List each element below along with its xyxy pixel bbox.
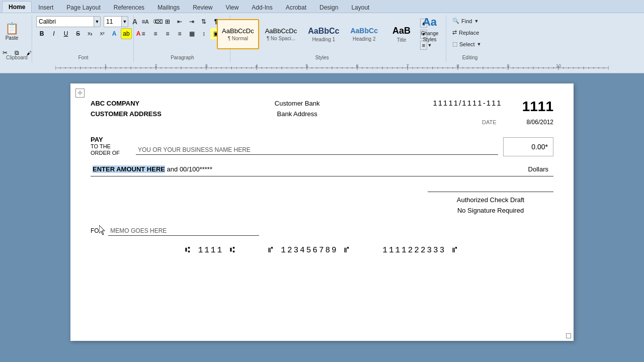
style-normal-label: ¶ Normal (228, 36, 248, 41)
amount-box[interactable]: 0.00* (503, 137, 553, 156)
routing-area: 11111/1111-111 (433, 99, 502, 107)
tab-acrobat[interactable]: Acrobat (279, 2, 313, 13)
styles-label: Styles (315, 55, 329, 60)
tab-addins[interactable]: Add-Ins (245, 2, 279, 13)
select-button[interactable]: ⬚ Select ▼ (450, 39, 490, 49)
tab-insert[interactable]: Insert (32, 2, 60, 13)
written-amount-text: ENTER AMOUNT HERE and 00/100***** (91, 164, 214, 174)
resize-handle[interactable] (566, 333, 571, 338)
style-h2-preview: AaBbCc (350, 27, 377, 35)
align-left-button[interactable]: ≡ (138, 28, 149, 39)
change-styles-group: Aa ChangeStyles ▼ (414, 15, 446, 62)
svg-text:5: 5 (305, 63, 308, 68)
replace-button[interactable]: ⇄ Replace (450, 28, 490, 37)
svg-text:10: 10 (556, 63, 561, 68)
written-amount-rest: and 00/100***** (165, 165, 212, 173)
decrease-indent-button[interactable]: ⇤ (174, 16, 185, 27)
tab-page-layout[interactable]: Page Layout (60, 2, 107, 13)
subscript-button[interactable]: X₂ (85, 28, 96, 39)
style-no-spacing[interactable]: AaBbCcDc ¶ No Spaci... (260, 19, 302, 49)
written-amount-row: ENTER AMOUNT HERE and 00/100***** Dollar… (91, 164, 553, 176)
paste-button[interactable]: 📋 Paste (0, 16, 25, 46)
strikethrough-button[interactable]: S (72, 28, 84, 39)
change-styles-icon: Aa (423, 16, 437, 29)
paragraph-group: ≡ ① ⊞ ⇤ ⇥ ⇅ ¶ ≡ ≡ ≡ ≡ ▦ ↕ ▣ ⊞ (135, 15, 230, 62)
tab-home[interactable]: Home (2, 1, 32, 13)
numbering-button[interactable]: ① (150, 16, 161, 27)
align-right-button[interactable]: ≡ (162, 28, 173, 39)
highlight-button[interactable]: ab (121, 28, 132, 39)
pay-main-label: PAY (91, 136, 103, 143)
bold-button[interactable]: B (36, 28, 47, 39)
justify-button[interactable]: ≡ (174, 28, 185, 39)
underline-button[interactable]: U (60, 28, 71, 39)
align-center-button[interactable]: ≡ (150, 28, 161, 39)
style-h1-label: Heading 1 (312, 37, 336, 42)
date-value: 8/06/2012 (527, 119, 553, 126)
authorized-line2: No Signature Required (428, 206, 553, 216)
clipboard-group: 📋 Paste ✂ ⧉ 🖌 Clipboard (2, 15, 32, 62)
font-dropdown-button[interactable]: ▼ (94, 16, 101, 27)
pay-to-value: YOU OR YOUR BUSINESS NAME HERE (138, 146, 251, 153)
check-document: ✛ ABC COMPANY CUSTOMER ADDRESS Customer … (70, 83, 574, 341)
font-size-dropdown-button[interactable]: ▼ (121, 16, 128, 27)
style-h1-preview: AaBbCc (308, 26, 339, 36)
sort-button[interactable]: ⇅ (198, 16, 209, 27)
style-heading2[interactable]: AaBbCc Heading 2 (345, 19, 382, 49)
tab-review[interactable]: Review (186, 2, 219, 13)
pay-to-label: TO THEORDER OF (91, 143, 120, 156)
style-heading1[interactable]: AaBbCc Heading 1 (303, 19, 344, 49)
line-spacing-button[interactable]: ↕ (198, 28, 209, 39)
paragraph-label: Paragraph (171, 55, 194, 60)
micr-line: ⑆ 1111 ⑆ ⑈ 123456789 ⑈ 1111222333 ⑈ (91, 246, 553, 255)
amount-highlight[interactable]: ENTER AMOUNT HERE (93, 165, 165, 173)
editing-label: Editing (462, 55, 478, 60)
signature-area: Authorized Check Draft No Signature Requ… (91, 192, 553, 216)
pay-section: PAY TO THEORDER OF YOU OR YOUR BUSINESS … (91, 136, 553, 156)
tab-mailings[interactable]: Mailings (151, 2, 186, 13)
font-name-input[interactable] (36, 16, 94, 27)
date-area: DATE (482, 119, 497, 125)
bank-address: Bank Address (275, 109, 320, 120)
style-no-spacing-label: ¶ No Spaci... (267, 36, 295, 41)
style-normal[interactable]: AaBbCcDc ¶ Normal (217, 19, 259, 49)
editing-group: 🔍 Find ▼ ⇄ Replace ⬚ Select ▼ Editing (447, 15, 493, 62)
memo-row: FOR MEMO GOES HERE (91, 226, 553, 236)
change-styles-button[interactable]: Aa ChangeStyles ▼ (416, 16, 444, 47)
superscript-button[interactable]: X² (97, 28, 108, 39)
move-handle[interactable]: ✛ (75, 88, 85, 98)
italic-button[interactable]: I (48, 28, 59, 39)
svg-text:4: 4 (255, 63, 258, 68)
memo-value: MEMO GOES HERE (110, 227, 167, 234)
svg-text:9: 9 (507, 63, 509, 68)
find-button[interactable]: 🔍 Find ▼ (450, 16, 490, 26)
tab-design[interactable]: Design (313, 2, 345, 13)
tab-references[interactable]: References (107, 2, 151, 13)
increase-indent-button[interactable]: ⇥ (186, 16, 197, 27)
style-normal-preview: AaBbCcDc (222, 27, 254, 35)
check-header: ABC COMPANY CUSTOMER ADDRESS Customer Ba… (91, 99, 553, 126)
pay-row: PAY TO THEORDER OF YOU OR YOUR BUSINESS … (91, 136, 553, 156)
font-label: Font (78, 55, 88, 60)
date-label: DATE (482, 119, 497, 125)
svg-text:2: 2 (154, 63, 157, 68)
font-size-input[interactable] (104, 16, 122, 27)
style-h2-label: Heading 2 (353, 36, 376, 42)
bullets-button[interactable]: ≡ (138, 16, 149, 27)
pay-to-line[interactable]: YOU OR YOUR BUSINESS NAME HERE (136, 145, 498, 155)
columns-button[interactable]: ▦ (186, 28, 197, 39)
tab-view[interactable]: View (219, 2, 246, 13)
tab-layout[interactable]: Layout (345, 2, 376, 13)
style-no-spacing-preview: AaBbCcDc (265, 27, 297, 35)
for-label: FOR (91, 227, 103, 234)
multilevel-button[interactable]: ⊞ (162, 16, 173, 27)
svg-text:3: 3 (205, 63, 207, 68)
company-info: ABC COMPANY CUSTOMER ADDRESS (91, 99, 162, 120)
svg-text:7: 7 (406, 63, 409, 68)
memo-line[interactable]: MEMO GOES HERE (108, 226, 259, 236)
replace-icon: ⇄ (452, 29, 457, 36)
bank-name: Customer Bank (275, 99, 320, 109)
svg-text:1: 1 (104, 63, 107, 68)
company-name: ABC COMPANY (91, 99, 162, 109)
text-effects-button[interactable]: A (109, 28, 120, 39)
